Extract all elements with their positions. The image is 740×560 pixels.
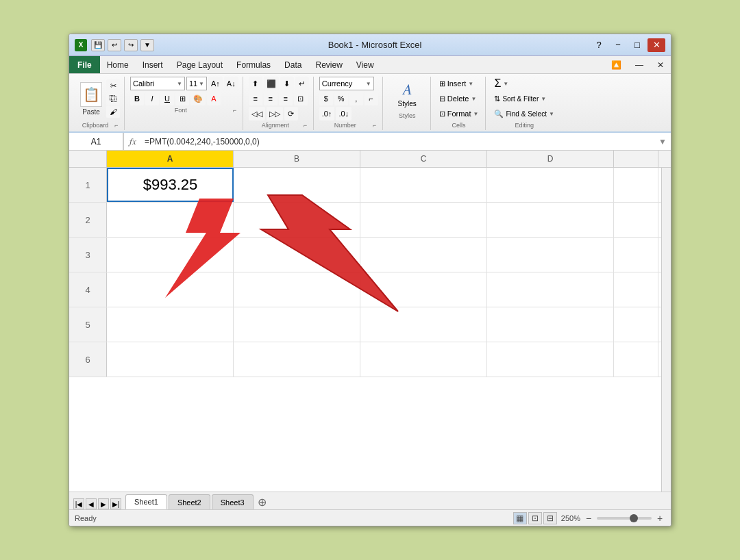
bold-btn[interactable]: B — [130, 92, 144, 105]
home-menu[interactable]: Home — [100, 58, 136, 72]
formulas-menu[interactable]: Formulas — [230, 58, 278, 72]
cut-btn[interactable]: ✂ — [106, 79, 120, 92]
dollar-btn[interactable]: $ — [319, 92, 333, 105]
undo-btn[interactable]: ↩ — [108, 39, 121, 51]
right-align-btn[interactable]: ≡ — [279, 92, 293, 105]
zoom-in-btn[interactable]: + — [654, 513, 665, 524]
page-break-btn[interactable]: ⊟ — [543, 512, 557, 524]
indent-dec-btn[interactable]: ◁◁ — [249, 107, 265, 120]
cell-b6[interactable] — [234, 342, 360, 377]
ribbon-toggle[interactable]: — — [628, 58, 650, 72]
left-align-btn[interactable]: ≡ — [249, 92, 262, 105]
top-align-btn[interactable]: ⬆ — [249, 77, 262, 90]
ribbon-expand[interactable]: ✕ — [650, 58, 671, 72]
number-format-dropdown[interactable]: Currency ▼ — [319, 77, 374, 90]
fill-color-btn[interactable]: 🎨 — [190, 92, 206, 105]
cell-d6[interactable] — [487, 342, 614, 377]
close-btn[interactable]: ✕ — [648, 38, 665, 52]
cell-b2[interactable] — [234, 203, 360, 237]
sort-filter-btn[interactable]: ⇅ Sort & Filter ▼ — [491, 92, 556, 105]
cell-b4[interactable] — [234, 272, 360, 307]
normal-view-btn[interactable]: ▦ — [513, 512, 527, 524]
cell-d2[interactable] — [487, 203, 614, 237]
alignment-expand[interactable]: ⌐ — [302, 122, 309, 129]
zoom-out-btn[interactable]: − — [583, 513, 594, 524]
cell-b5[interactable] — [234, 307, 360, 342]
cell-c6[interactable] — [360, 342, 487, 377]
merge-btn[interactable]: ⊡ — [294, 92, 308, 105]
sheet-next-btn[interactable]: ▶ — [98, 498, 109, 509]
middle-align-btn[interactable]: ⬛ — [264, 77, 279, 90]
font-size-box[interactable]: 11 ▼ — [186, 77, 207, 90]
comma-btn[interactable]: , — [349, 92, 363, 105]
col-header-c[interactable]: C — [360, 151, 487, 167]
page-layout-btn[interactable]: ⊡ — [528, 512, 542, 524]
clipboard-expand[interactable]: ⌐ — [113, 122, 120, 129]
increase-font-btn[interactable]: A↑ — [208, 77, 223, 90]
cell-b3[interactable] — [234, 238, 360, 272]
cell-c5[interactable] — [360, 307, 487, 342]
cell-c3[interactable] — [360, 238, 487, 272]
styles-btn[interactable]: 𝐴 Styles — [388, 77, 426, 111]
data-menu[interactable]: Data — [278, 58, 308, 72]
view-menu[interactable]: View — [349, 58, 381, 72]
redo-btn[interactable]: ↪ — [124, 39, 138, 51]
num-expand-btn[interactable]: ⌐ — [365, 92, 378, 105]
sheet-first-btn[interactable]: |◀ — [73, 498, 84, 509]
zoom-slider[interactable] — [597, 517, 652, 520]
wrap-text-btn[interactable]: ↵ — [295, 77, 309, 90]
cell-a2[interactable] — [107, 203, 234, 237]
font-name-box[interactable]: Calibri ▼ — [130, 77, 185, 90]
cell-d4[interactable] — [487, 272, 614, 307]
cell-a5[interactable] — [107, 307, 234, 342]
percent-btn[interactable]: % — [334, 92, 348, 105]
dec-decrease-btn[interactable]: .0↓ — [336, 107, 352, 120]
font-color-btn[interactable]: A — [207, 92, 221, 105]
sum-btn[interactable]: Σ ▼ — [491, 77, 556, 90]
underline-btn[interactable]: U — [160, 92, 174, 105]
delete-cells-btn[interactable]: ⊟ Delete ▼ — [436, 92, 482, 105]
cell-c1[interactable] — [360, 168, 487, 202]
sheet-prev-btn[interactable]: ◀ — [86, 498, 97, 509]
copy-btn[interactable]: ⿻ — [106, 92, 120, 105]
sheet-tab-2[interactable]: Sheet2 — [169, 494, 210, 509]
italic-btn[interactable]: I — [145, 92, 159, 105]
cell-a4[interactable] — [107, 272, 234, 307]
help-icon[interactable]: 🔼 — [604, 58, 628, 72]
name-box[interactable]: A1 — [69, 133, 124, 150]
vertical-scrollbar[interactable] — [661, 168, 671, 492]
insert-cells-btn[interactable]: ⊞ Insert ▼ — [436, 77, 482, 90]
file-menu[interactable]: File — [69, 56, 100, 73]
cell-a1[interactable]: $993.25 — [107, 168, 234, 202]
customize-btn[interactable]: ▼ — [140, 39, 154, 51]
text-dir-btn[interactable]: ⟳ — [284, 107, 298, 120]
sheet-tab-3[interactable]: Sheet3 — [212, 494, 254, 509]
save-quick-btn[interactable]: 💾 — [91, 39, 105, 51]
decrease-font-btn[interactable]: A↓ — [224, 77, 238, 90]
indent-inc-btn[interactable]: ▷▷ — [267, 107, 283, 120]
center-align-btn[interactable]: ≡ — [264, 92, 278, 105]
sheet-tab-1[interactable]: Sheet1 — [125, 494, 167, 509]
sheet-last-btn[interactable]: ▶| — [110, 498, 121, 509]
insert-menu[interactable]: Insert — [136, 58, 170, 72]
cell-a3[interactable] — [107, 238, 234, 272]
add-sheet-btn[interactable]: ⊕ — [255, 494, 270, 509]
cell-a6[interactable] — [107, 342, 234, 377]
cell-d5[interactable] — [487, 307, 614, 342]
number-expand[interactable]: ⌐ — [371, 122, 378, 129]
format-painter-btn[interactable]: 🖌 — [106, 105, 120, 118]
formula-expand-btn[interactable]: ▼ — [654, 137, 671, 147]
col-header-a[interactable]: A — [107, 151, 234, 167]
help-btn[interactable]: ? — [590, 38, 608, 52]
minimize-btn[interactable]: − — [609, 38, 627, 52]
find-select-btn[interactable]: 🔍 Find & Select ▼ — [491, 107, 556, 120]
cell-c2[interactable] — [360, 203, 487, 237]
cell-d1[interactable] — [487, 168, 614, 202]
bottom-align-btn[interactable]: ⬇ — [280, 77, 294, 90]
format-cells-btn[interactable]: ⊡ Format ▼ — [436, 107, 482, 120]
cell-b1[interactable] — [234, 168, 360, 202]
paste-btn[interactable]: 📋 Paste — [77, 81, 105, 117]
font-expand[interactable]: ⌐ — [232, 107, 238, 114]
col-header-b[interactable]: B — [234, 151, 360, 167]
dec-increase-btn[interactable]: .0↑ — [319, 107, 335, 120]
